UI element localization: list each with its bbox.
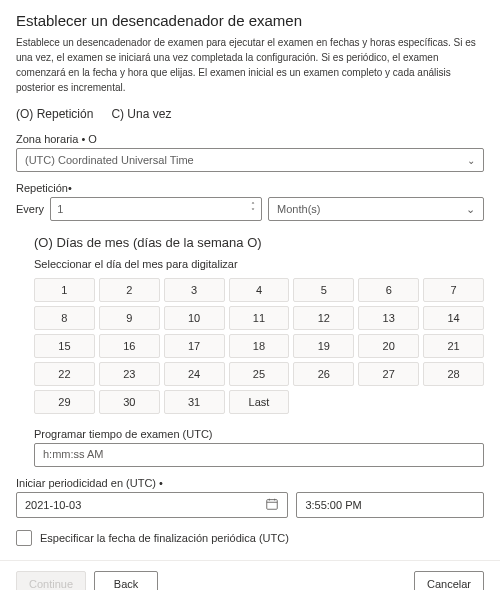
start-date-input[interactable]: 2021-10-03 [16, 492, 288, 518]
footer: Continue Back Cancelar [16, 571, 484, 590]
day-cell[interactable]: 25 [229, 362, 290, 386]
start-time-input[interactable]: 3:55:00 PM [296, 492, 484, 518]
day-cell[interactable]: 11 [229, 306, 290, 330]
continue-button: Continue [16, 571, 86, 590]
calendar-icon [265, 497, 279, 513]
scan-time-input[interactable]: h:mm:ss AM [34, 443, 484, 467]
day-cell[interactable]: 30 [99, 390, 160, 414]
recur-unit-select[interactable]: Month(s) ⌄ [268, 197, 484, 221]
day-cell[interactable]: 23 [99, 362, 160, 386]
radio-recurring-label: (O) Repetición [16, 107, 93, 121]
day-cell[interactable]: 14 [423, 306, 484, 330]
radio-once-label: C) Una vez [111, 107, 171, 121]
day-cell[interactable]: 10 [164, 306, 225, 330]
back-button[interactable]: Back [94, 571, 158, 590]
recur-unit-value: Month(s) [277, 203, 320, 215]
day-cell[interactable]: 29 [34, 390, 95, 414]
day-cell[interactable]: 9 [99, 306, 160, 330]
day-cell[interactable]: 28 [423, 362, 484, 386]
dialog-description: Establece un desencadenador de examen pa… [16, 35, 484, 95]
day-grid: 1234567891011121314151617181920212223242… [34, 278, 484, 414]
recur-row: Every 1 ˄˅ Month(s) ⌄ [16, 197, 484, 221]
timezone-select[interactable]: (UTC) Coordinated Universal Time ⌄ [16, 148, 484, 172]
dialog-title: Establecer un desencadenador de examen [16, 12, 484, 29]
recur-every-label: Every [16, 203, 44, 215]
radio-once[interactable]: C) Una vez [111, 107, 171, 121]
scan-time-label: Programar tiempo de examen (UTC) [34, 428, 484, 440]
pattern-radio-group: (O) Repetición C) Una vez [16, 107, 484, 121]
svg-rect-0 [267, 500, 278, 510]
day-cell[interactable]: 20 [358, 334, 419, 358]
end-date-label: Especificar la fecha de finalización per… [40, 532, 289, 544]
start-time-value: 3:55:00 PM [305, 499, 361, 511]
timezone-value: (UTC) Coordinated Universal Time [25, 154, 194, 166]
day-cell[interactable]: 8 [34, 306, 95, 330]
cancel-button[interactable]: Cancelar [414, 571, 484, 590]
day-cell[interactable]: 13 [358, 306, 419, 330]
day-cell[interactable]: 16 [99, 334, 160, 358]
days-hint: Seleccionar el día del mes para digitali… [34, 258, 484, 270]
day-cell[interactable]: 15 [34, 334, 95, 358]
day-cell[interactable]: 1 [34, 278, 95, 302]
day-cell[interactable]: 18 [229, 334, 290, 358]
day-cell[interactable]: 26 [293, 362, 354, 386]
day-cell[interactable]: 22 [34, 362, 95, 386]
day-cell[interactable]: 27 [358, 362, 419, 386]
start-label: Iniciar periodicidad en (UTC) • [16, 477, 484, 489]
day-cell[interactable]: 21 [423, 334, 484, 358]
recur-heading: Repetición• [16, 182, 484, 194]
day-cell[interactable]: 19 [293, 334, 354, 358]
day-cell[interactable]: 7 [423, 278, 484, 302]
spinner-arrows-icon: ˄˅ [251, 203, 255, 215]
timezone-label: Zona horaria • O [16, 133, 484, 145]
day-cell[interactable]: 3 [164, 278, 225, 302]
recur-count-value: 1 [57, 203, 63, 215]
days-mode-toggle[interactable]: (O) Días de mes (días de la semana O) [34, 235, 484, 250]
day-cell[interactable]: 6 [358, 278, 419, 302]
chevron-down-icon: ⌄ [467, 155, 475, 166]
chevron-down-icon: ⌄ [466, 203, 475, 216]
radio-recurring[interactable]: (O) Repetición [16, 107, 93, 121]
day-cell[interactable]: 2 [99, 278, 160, 302]
day-cell[interactable]: Last [229, 390, 290, 414]
day-cell[interactable]: 4 [229, 278, 290, 302]
day-cell[interactable]: 5 [293, 278, 354, 302]
end-date-checkbox[interactable] [16, 530, 32, 546]
day-cell[interactable]: 31 [164, 390, 225, 414]
day-cell[interactable]: 17 [164, 334, 225, 358]
day-cell[interactable]: 24 [164, 362, 225, 386]
recur-count-spinner[interactable]: 1 ˄˅ [50, 197, 262, 221]
divider [0, 560, 500, 561]
start-date-value: 2021-10-03 [25, 499, 81, 511]
day-cell[interactable]: 12 [293, 306, 354, 330]
